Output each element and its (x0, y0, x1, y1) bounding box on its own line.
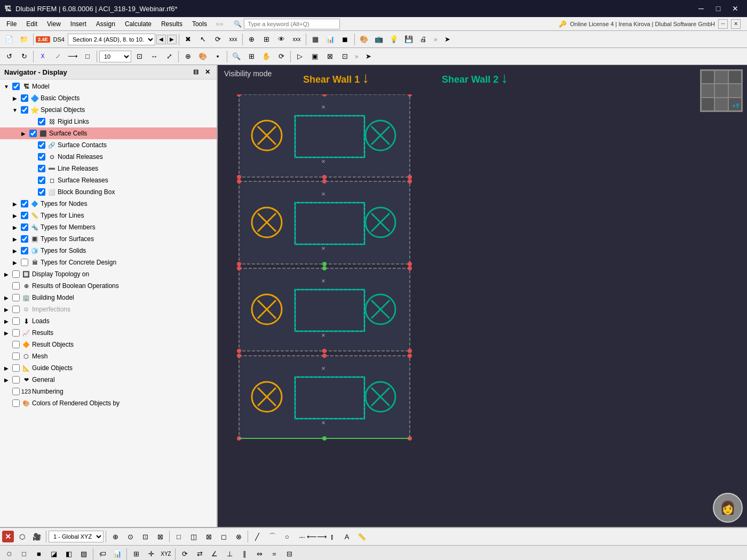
fit-btn[interactable]: ⊞ (244, 50, 258, 63)
tree-item-types-lines[interactable]: ▶ 📏 Types for Lines (0, 210, 217, 221)
checkbox-block-bounding-box[interactable] (38, 188, 45, 196)
tree-item-surface-contacts[interactable]: 🔗 Surface Contacts (0, 139, 217, 151)
checkbox-display-topology[interactable] (12, 270, 20, 278)
menu-edit[interactable]: Edit (22, 19, 42, 29)
view-mode-3[interactable]: ⊠ (202, 530, 216, 543)
checkbox-results-boolean[interactable] (12, 282, 20, 290)
camera-btn[interactable]: 🎥 (30, 530, 44, 543)
new-btn[interactable]: 📄 (2, 33, 16, 46)
snap-line-btn[interactable]: ⊡ (138, 530, 152, 543)
tree-item-surface-releases[interactable]: ◻ Surface Releases (0, 174, 217, 186)
minimize-button[interactable]: ─ (694, 3, 709, 14)
grid2-btn[interactable]: ⊞ (129, 547, 143, 561)
xxx2-btn[interactable]: xxx (290, 33, 304, 46)
copy-btn[interactable]: ⊡ (132, 50, 146, 63)
line-tool[interactable]: ╱ (250, 530, 264, 543)
menu-insert[interactable]: Insert (66, 19, 91, 29)
menu-results[interactable]: Results (157, 19, 187, 29)
snap-node-btn[interactable]: ⊙ (123, 530, 137, 543)
dim-tool[interactable]: ⟵⟶ (310, 530, 324, 543)
view-mode-4[interactable]: ◻ (217, 530, 231, 543)
expander-results[interactable]: ▶ (2, 329, 11, 337)
checkbox-result-objects[interactable] (12, 341, 20, 348)
trans-btn[interactable]: ◪ (47, 547, 61, 561)
scale-btn[interactable]: ⤢ (162, 50, 176, 63)
pts-btn[interactable]: ⊕ (181, 50, 195, 63)
color-btn[interactable]: 🎨 (196, 50, 210, 63)
par-btn[interactable]: ∥ (237, 547, 251, 561)
license-btn-2[interactable]: ✕ (731, 19, 741, 29)
tree-item-nodal-releases[interactable]: ⊙ Nodal Releases (0, 151, 217, 163)
checkbox-types-concrete[interactable] (21, 259, 28, 266)
checkbox-guide-objects[interactable] (12, 364, 20, 372)
ang-btn[interactable]: ∠ (208, 547, 221, 561)
line-btn[interactable]: ⟋ (51, 50, 65, 63)
expander-types-surfaces[interactable]: ▶ (11, 235, 19, 243)
front-btn[interactable]: ▣ (308, 50, 322, 63)
mat-btn[interactable]: ▪ (211, 50, 225, 63)
cancel-btn[interactable]: ✕ (2, 531, 14, 542)
tree-item-loads[interactable]: ▶ ⬇ Loads (0, 315, 217, 327)
rotate-btn[interactable]: ⟳ (211, 33, 225, 46)
end-btn[interactable]: ➤ (441, 33, 455, 46)
expander-loads[interactable]: ▶ (2, 317, 11, 325)
section-dropdown[interactable]: Section 2.4 (ASD), 8. to 10. (68, 34, 155, 45)
menu-assign[interactable]: Assign (92, 19, 120, 29)
checkbox-surface-releases[interactable] (38, 177, 45, 184)
pointer-btn[interactable]: ✖ (181, 33, 195, 46)
expander-types-concrete[interactable]: ▶ (11, 258, 19, 267)
checkbox-numbering[interactable] (12, 388, 20, 395)
search-input[interactable] (244, 19, 340, 29)
menu-file[interactable]: File (2, 19, 21, 29)
checkbox-loads[interactable] (12, 317, 20, 325)
grid-btn[interactable]: ⊞ (260, 33, 274, 46)
tree-item-building-model[interactable]: ▶ 🏢 Building Model (0, 292, 217, 303)
tree-item-rigid-links[interactable]: ⛓ Rigid Links (0, 116, 217, 127)
fix-btn[interactable]: ⊟ (282, 547, 296, 561)
menu-tools[interactable]: Tools (188, 19, 211, 29)
move-btn[interactable]: ↔ (147, 50, 161, 63)
checkbox-types-surfaces[interactable] (21, 235, 28, 243)
eq-btn[interactable]: = (267, 547, 281, 561)
expander-basic-objects[interactable]: ▶ (11, 94, 19, 102)
shade-btn[interactable]: ◧ (62, 547, 76, 561)
tree-item-block-bounding-box[interactable]: ⬜ Block Bounding Box (0, 186, 217, 198)
checkbox-colors-rendered[interactable] (12, 399, 20, 407)
close-button[interactable]: ✕ (728, 3, 743, 14)
view-mode-2[interactable]: ◫ (187, 530, 201, 543)
cursor-btn[interactable]: ↖ (196, 33, 210, 46)
snap-btn[interactable]: ⊕ (245, 33, 259, 46)
redo-btn[interactable]: ↻ (17, 50, 31, 63)
expander-types-members[interactable]: ▶ (11, 223, 19, 231)
checkbox-surface-cells[interactable] (29, 130, 37, 137)
snap-grid-btn[interactable]: ⊕ (108, 530, 122, 543)
tree-item-results-boolean[interactable]: ⊕ Results of Boolean Operations (0, 280, 217, 292)
expander-general[interactable]: ▶ (2, 375, 11, 384)
node-view-btn[interactable]: ⬡ (2, 547, 16, 561)
node-btn[interactable]: X (36, 50, 50, 63)
undo-btn[interactable]: ↺ (2, 50, 16, 63)
solid-btn[interactable]: ■ (32, 547, 46, 561)
3d-view-btn[interactable]: ⬡ (15, 530, 29, 543)
checkbox-building-model[interactable] (12, 294, 20, 301)
checkbox-types-solids[interactable] (21, 247, 28, 254)
view-mode-5[interactable]: ⊗ (232, 530, 245, 543)
menu-calculate[interactable]: Calculate (121, 19, 156, 29)
light-btn[interactable]: 💡 (387, 33, 401, 46)
checkbox-basic-objects[interactable] (21, 94, 28, 102)
checkbox-results[interactable] (12, 329, 20, 337)
checkbox-special-objects[interactable] (21, 106, 28, 114)
nav-close-btn[interactable]: ✕ (203, 67, 212, 77)
view-btn[interactable]: 👁 (275, 33, 289, 46)
open-btn[interactable]: 📁 (17, 33, 31, 46)
sym-btn[interactable]: ⇔ (252, 547, 266, 561)
save-btn[interactable]: 💾 (402, 33, 416, 46)
checkbox-imperfections[interactable] (12, 306, 20, 313)
member-btn[interactable]: ⟶ (66, 50, 80, 63)
meas-tool[interactable]: 📏 (355, 530, 369, 543)
surface-btn[interactable]: ◼ (338, 33, 352, 46)
checkbox-model[interactable] (12, 83, 20, 90)
xyz-btn[interactable]: XYZ (159, 547, 173, 561)
checkbox-general[interactable] (12, 376, 20, 383)
tree-item-model[interactable]: ▼ 🏗 Model (0, 81, 217, 92)
